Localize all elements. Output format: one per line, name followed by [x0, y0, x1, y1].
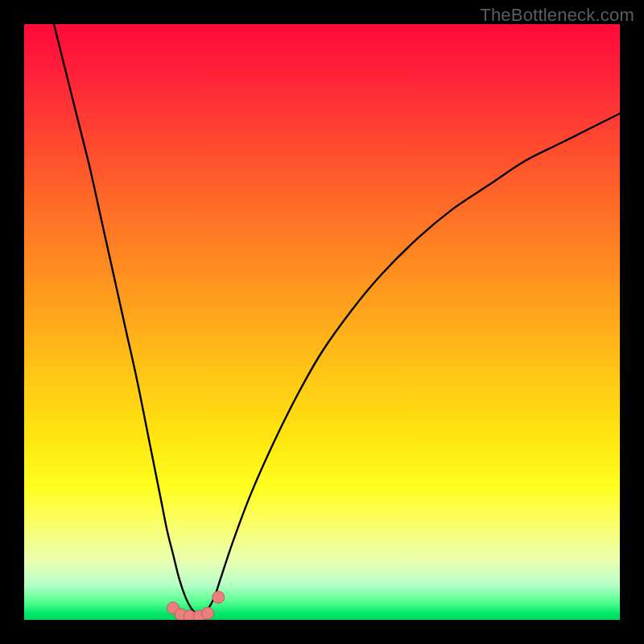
bottleneck-chart: [24, 24, 620, 620]
bottleneck-curve: [54, 24, 620, 615]
watermark-text: TheBottleneck.com: [480, 5, 634, 26]
curve-marker: [201, 607, 213, 619]
chart-frame: [24, 24, 620, 620]
curve-marker: [213, 591, 225, 603]
curve-markers: [167, 591, 225, 620]
